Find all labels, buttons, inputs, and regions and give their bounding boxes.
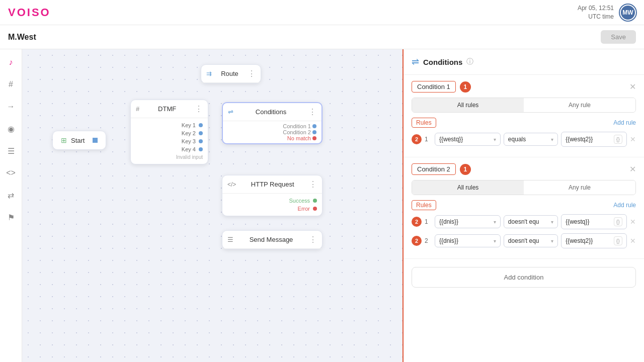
panel-info-icon[interactable]: ⓘ: [466, 57, 473, 66]
dtmf-port-key4: Key 4: [136, 145, 203, 153]
app-header: VOISO Apr 05, 12:51 UTC time MW: [0, 0, 644, 25]
start-node: ⊞ Start: [52, 131, 106, 150]
condition2-rule2-index: 2: [425, 237, 432, 244]
dtmf-port-key3: Key 3: [136, 137, 203, 145]
header-datetime: Apr 05, 12:51 UTC time: [578, 4, 614, 21]
operator1-chevron: ▾: [551, 137, 553, 142]
condition2-toggle[interactable]: All rules Any rule: [412, 180, 636, 195]
avatar[interactable]: MW: [620, 5, 636, 21]
start-node-title: Start: [71, 137, 85, 144]
condition1-add-rule[interactable]: Add rule: [613, 119, 636, 126]
sidebar-icon-transfer[interactable]: ⇄: [4, 188, 18, 202]
dtmf-port-key2: Key 2: [136, 129, 203, 137]
panel-header: ⇌ Conditions ⓘ: [404, 49, 644, 75]
condition2-block: Condition 2 1 ✕ All rules Any rule Rules…: [404, 157, 644, 259]
conditions-outputs: Condition 1 Condition 2 No match: [223, 121, 321, 143]
page-title: M.West: [8, 33, 36, 42]
condition1-rule1-field[interactable]: {{westq}} ▾: [435, 133, 501, 146]
c2-op2-chevron: ▾: [551, 238, 553, 244]
canvas-background: [22, 49, 403, 362]
condition1-block: Condition 1 1 ✕ All rules Any rule Rules…: [404, 75, 644, 157]
condition1-toggle[interactable]: All rules Any rule: [412, 98, 636, 113]
condition2-title-area: Condition 2 1: [412, 163, 471, 175]
cond-out-nomatch: No match: [228, 135, 316, 141]
save-button[interactable]: Save: [601, 30, 636, 44]
add-condition-area: Add condition: [404, 259, 644, 296]
condition2-all-rules[interactable]: All rules: [412, 180, 524, 195]
conditions-node-header: ⇌ Conditions ⋮: [223, 103, 321, 121]
condition2-rule1-delete[interactable]: ✕: [630, 218, 636, 226]
route-node-header: ⇉ Route ⋮: [201, 65, 261, 83]
condition2-rule-1: 2 1 {{dnis}} ▾ doesn't equ ▾ {{westq}} {…: [412, 214, 636, 229]
panel-title: Conditions: [423, 58, 462, 66]
condition1-any-rule[interactable]: Any rule: [524, 98, 635, 112]
c2-val2-braces[interactable]: {}: [614, 236, 622, 245]
condition1-title-area: Condition 1 1: [412, 81, 471, 93]
condition2-rule1-badge: 2: [412, 217, 422, 227]
panel-icon: ⇌: [412, 56, 419, 67]
condition2-rule2-delete[interactable]: ✕: [630, 237, 636, 245]
http-menu[interactable]: ⋮: [309, 179, 317, 189]
condition2-rule2-badge: 2: [412, 236, 422, 246]
cond2-dot: [312, 130, 316, 134]
c2-field1-chevron: ▾: [494, 219, 496, 225]
subheader: M.West Save: [0, 25, 644, 49]
condition1-close[interactable]: ✕: [629, 82, 636, 92]
c2-val1-braces[interactable]: {}: [614, 217, 622, 226]
cond-out-1: Condition 1: [228, 123, 316, 129]
condition1-rule1-badge: 2: [412, 134, 422, 144]
sidebar-icon-flag[interactable]: ⚑: [4, 210, 18, 224]
dtmf-menu[interactable]: ⋮: [195, 104, 203, 114]
condition1-header: Condition 1 1 ✕: [412, 81, 636, 93]
send-msg-title: Send Message: [250, 236, 293, 243]
add-condition-button[interactable]: Add condition: [412, 267, 636, 288]
condition2-any-rule[interactable]: Any rule: [524, 180, 635, 195]
condition1-rule1-index: 1: [425, 136, 432, 143]
dtmf-title: DTMF: [158, 105, 176, 113]
key3-dot: [199, 139, 203, 143]
condition1-rules-label: Rules: [412, 118, 436, 128]
sidebar-icon-code[interactable]: <>: [4, 166, 18, 180]
conditions-node-menu[interactable]: ⋮: [308, 107, 316, 117]
condition1-rules-header: Rules Add rule: [412, 118, 636, 128]
route-node-menu[interactable]: ⋮: [248, 69, 256, 78]
sidebar-icon-music[interactable]: ♪: [4, 55, 18, 69]
sidebar-icon-arrow[interactable]: →: [4, 100, 18, 114]
condition2-rules: Rules Add rule 2 1 {{dnis}} ▾ doesn't eq…: [412, 200, 636, 248]
condition2-rule2-value: {{westq2}} {}: [561, 233, 627, 248]
send-message-node: ☰ Send Message ⋮: [222, 230, 323, 249]
condition1-rule1-operator[interactable]: equals ▾: [504, 133, 558, 146]
cond1-dot: [312, 124, 316, 128]
send-msg-header: ☰ Send Message ⋮: [222, 231, 322, 249]
condition2-add-rule[interactable]: Add rule: [613, 202, 636, 209]
condition2-rule1-field[interactable]: {{dnis}} ▾: [435, 215, 501, 228]
dtmf-node: # DTMF ⋮ Key 1 Key 2 Key 3 Key 4 Invalid…: [130, 100, 208, 164]
condition2-badge: 1: [460, 164, 471, 175]
dtmf-header: # DTMF ⋮: [131, 100, 208, 118]
sidebar-icon-chat[interactable]: ☰: [4, 144, 18, 158]
condition1-all-rules[interactable]: All rules: [412, 98, 524, 112]
conditions-node-title: Conditions: [256, 108, 286, 116]
send-msg-menu[interactable]: ⋮: [309, 235, 317, 244]
condition2-rule2-operator[interactable]: doesn't equ ▾: [504, 234, 558, 247]
right-panel: ⇌ Conditions ⓘ Condition 1 1 ✕ All rules…: [403, 49, 644, 362]
condition1-rule1-value: {{westq2}} {}: [561, 132, 627, 147]
http-title: HTTP Request: [251, 180, 294, 188]
http-node: </> HTTP Request ⋮ Success Error: [222, 175, 323, 216]
sidebar-icon-hash[interactable]: #: [4, 77, 18, 92]
condition2-rule1-operator[interactable]: doesn't equ ▾: [504, 215, 558, 228]
condition1-rule1-delete[interactable]: ✕: [630, 135, 636, 143]
value1-braces[interactable]: {}: [614, 135, 622, 144]
error-dot: [313, 207, 317, 211]
nomatch-dot: [312, 136, 316, 140]
condition2-rule1-index: 1: [425, 218, 432, 225]
conditions-flow-node: ⇌ Conditions ⋮ Condition 1 Condition 2 N…: [222, 102, 323, 144]
sidebar-icon-ring[interactable]: ◉: [4, 122, 18, 136]
c2-field2-chevron: ▾: [494, 238, 496, 244]
http-header: </> HTTP Request ⋮: [222, 175, 322, 194]
condition2-rule2-field[interactable]: {{dnis}} ▾: [435, 234, 501, 247]
condition2-header: Condition 2 1 ✕: [412, 163, 636, 175]
route-node-title: Route: [221, 70, 238, 77]
condition2-close[interactable]: ✕: [629, 164, 636, 174]
http-ports: Success Error: [222, 194, 322, 216]
